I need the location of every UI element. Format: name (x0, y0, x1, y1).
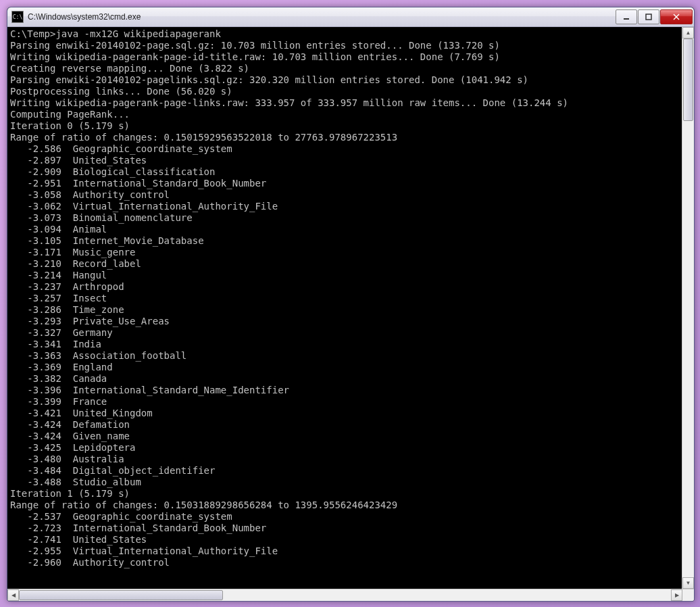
scroll-down-button[interactable]: ▼ (682, 577, 694, 589)
maximize-button[interactable] (638, 9, 659, 24)
horizontal-scrollbar[interactable]: ◀ ▶ (7, 589, 694, 601)
vertical-scrollbar[interactable]: ▲ ▼ (682, 27, 694, 589)
scrollbar-corner (682, 589, 694, 601)
cmd-icon: C:\ (11, 11, 24, 23)
window-title: C:\Windows\system32\cmd.exe (28, 12, 615, 22)
titlebar[interactable]: C:\ C:\Windows\system32\cmd.exe (7, 7, 694, 27)
scroll-right-button[interactable]: ▶ (671, 589, 682, 601)
console-output[interactable]: C:\Temp>java -mx12G wikipediapagerank Pa… (7, 27, 682, 589)
cmd-window: C:\ C:\Windows\system32\cmd.exe C:\Temp>… (7, 7, 695, 602)
scroll-up-button[interactable]: ▲ (682, 27, 694, 39)
svg-rect-1 (646, 14, 651, 20)
close-button[interactable] (660, 9, 693, 24)
horizontal-scroll-thumb[interactable] (19, 590, 223, 600)
horizontal-scroll-track[interactable] (19, 589, 671, 601)
scroll-left-button[interactable]: ◀ (7, 589, 19, 601)
minimize-button[interactable] (616, 9, 637, 24)
vertical-scroll-thumb[interactable] (683, 39, 693, 121)
